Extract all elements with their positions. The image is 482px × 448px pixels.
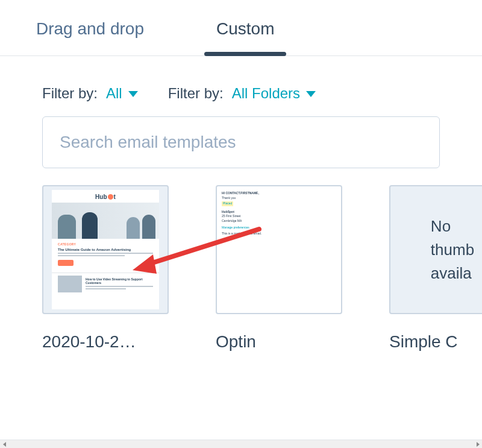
template-card[interactable]: HI CONTACT.FIRSTNAME, Thank you Placed H…	[216, 185, 342, 352]
template-title: Simple C	[389, 332, 482, 352]
filter-type-label: Filter by:	[42, 85, 98, 102]
filter-type-select[interactable]: All	[106, 85, 138, 102]
template-card[interactable]: Hubt CATEGORY The Ultimate Guide to Amaz…	[42, 185, 169, 352]
filter-folder-value: All Folders	[232, 85, 300, 102]
preview-cta-button	[58, 260, 74, 266]
template-thumbnail-missing: No thumb availa	[389, 185, 482, 314]
template-title: 2020-10-2…	[42, 332, 169, 352]
template-card[interactable]: No thumb availa Simple C	[389, 185, 482, 352]
search-input[interactable]	[42, 116, 440, 168]
template-thumbnail: Hubt CATEGORY The Ultimate Guide to Amaz…	[42, 185, 169, 314]
tab-drag-and-drop[interactable]: Drag and drop	[0, 5, 180, 55]
horizontal-scrollbar[interactable]	[0, 440, 482, 448]
preview-headline: The Ultimate Guide to Amazon Advertising	[58, 248, 153, 251]
chevron-down-icon	[128, 91, 138, 97]
hero-image	[52, 203, 159, 239]
template-title: Optin	[216, 332, 342, 352]
scroll-left-button[interactable]	[0, 440, 8, 448]
filter-folder-select[interactable]: All Folders	[232, 85, 316, 102]
chevron-down-icon	[306, 91, 316, 97]
hubspot-preview: Hubt CATEGORY The Ultimate Guide to Amaz…	[52, 190, 159, 309]
filter-type-value: All	[106, 85, 122, 102]
filter-folder-group: Filter by: All Folders	[168, 85, 316, 102]
tabs: Drag and drop Custom	[0, 0, 482, 56]
filter-type-group: Filter by: All	[42, 85, 138, 102]
template-thumbnail: HI CONTACT.FIRSTNAME, Thank you Placed H…	[216, 185, 342, 314]
no-thumbnail-text: No thumb availa	[407, 215, 474, 285]
templates-grid: Hubt CATEGORY The Ultimate Guide to Amaz…	[0, 185, 482, 352]
preview-category: CATEGORY	[58, 242, 153, 246]
filter-bar: Filter by: All Filter by: All Folders	[0, 56, 482, 116]
preview-sub-headline: How to Use Video Streaming to Support Cu…	[86, 277, 153, 285]
tab-custom[interactable]: Custom	[180, 5, 310, 55]
preview-secondary-image	[58, 276, 82, 292]
hubspot-logo: Hubt	[52, 190, 159, 203]
optin-preview: HI CONTACT.FIRSTNAME, Thank you Placed H…	[222, 191, 336, 236]
filter-folder-label: Filter by:	[168, 85, 224, 102]
scroll-right-button[interactable]	[474, 440, 482, 448]
